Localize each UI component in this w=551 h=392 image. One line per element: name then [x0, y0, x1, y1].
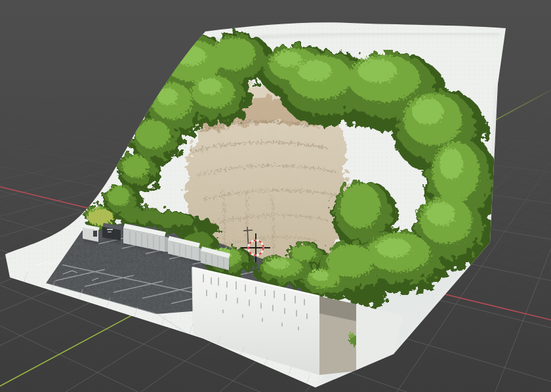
wall-gap-gravel — [318, 295, 359, 377]
blender-3d-viewport[interactable] — [0, 0, 551, 392]
yellow-bush — [87, 208, 113, 225]
